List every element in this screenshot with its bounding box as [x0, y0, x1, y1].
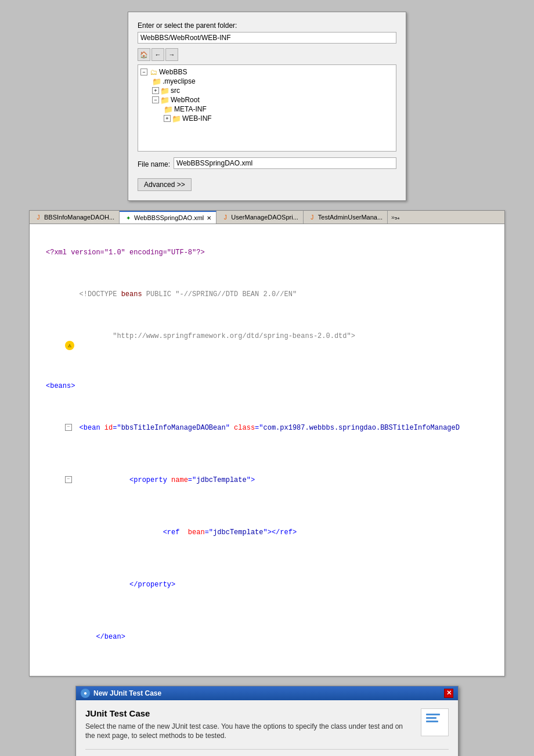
- tree-label-myeclipse: .myeclipse: [163, 77, 196, 85]
- java-icon-tab1: J: [34, 213, 42, 221]
- junit-dialog: ● New JUnit Test Case ✕ JUnit Test Case …: [75, 686, 459, 757]
- tab-label-4: TestAdminUserMana...: [318, 214, 383, 221]
- tree-label-webbbs: WebBBS: [159, 68, 187, 76]
- file-explorer-dialog: Enter or select the parent folder: 🏠 ← →…: [128, 12, 406, 201]
- xml-line-5: − <bean id="bbsTitleInfoManageDAOBean" c…: [34, 412, 500, 444]
- tree-label-src: src: [171, 87, 180, 95]
- junit-heading: JUnit Test Case: [85, 708, 414, 718]
- junit-close-button[interactable]: ✕: [444, 689, 453, 698]
- junit-title-left: ● New JUnit Test Case: [81, 689, 161, 698]
- xml-icon-tab2: ✦: [124, 214, 132, 222]
- tab-close-2[interactable]: ✕: [207, 215, 211, 221]
- folder-icon-src: 📁: [160, 87, 169, 95]
- junit-body: JUnit Test Case Select the name of the n…: [76, 700, 458, 757]
- tree-item-webbbs[interactable]: − 🗂 WebBBS: [140, 67, 394, 77]
- forward-button[interactable]: →: [165, 48, 178, 61]
- file-toolbar: 🏠 ← →: [138, 48, 396, 61]
- junit-dialog-title: New JUnit Test Case: [93, 689, 161, 697]
- xml-editor-content: <?xml version="1.0" encoding="UTF-8"?> <…: [30, 224, 504, 676]
- folder-icon-myeclipse: 📁: [152, 77, 161, 85]
- expand-webroot[interactable]: −: [152, 96, 159, 103]
- tree-label-metainf: META-INF: [174, 105, 207, 113]
- folder-icon-webroot: 📁: [160, 96, 169, 104]
- warning-icon: ⚠: [65, 341, 74, 350]
- tree-item-myeclipse[interactable]: 📁 .myeclipse: [140, 77, 394, 86]
- tab-overflow[interactable]: »₃₄: [388, 211, 403, 224]
- junit-header-text: JUnit Test Case Select the name of the n…: [85, 708, 414, 741]
- advanced-button[interactable]: Advanced >>: [138, 178, 192, 191]
- expand-webbbs[interactable]: −: [140, 69, 147, 75]
- file-name-input[interactable]: [174, 157, 396, 169]
- tree-item-webroot[interactable]: − 📁 WebRoot: [140, 95, 394, 105]
- parent-folder-label: Enter or select the parent folder:: [138, 21, 396, 30]
- xml-line-8: </property>: [34, 569, 500, 600]
- junit-header-icon: [421, 708, 449, 736]
- folder-icon-metainf: 📁: [164, 105, 173, 113]
- tab-webbbs-xml[interactable]: ✦ WebBBSSpringDAO.xml ✕: [120, 211, 217, 224]
- junit-header: JUnit Test Case Select the name of the n…: [85, 708, 449, 741]
- tree-item-webinf[interactable]: + 📁 WEB-INF: [140, 114, 394, 123]
- expand-src[interactable]: +: [152, 87, 159, 94]
- file-name-label: File name:: [138, 160, 170, 168]
- icon-line-1: [426, 714, 440, 715]
- xml-line-7: <ref bean="jdbcTemplate"></ref>: [34, 517, 500, 548]
- separator: [85, 749, 449, 750]
- junit-title-icon: ●: [81, 689, 90, 698]
- folder-icon-webbbs: 🗂: [149, 68, 158, 76]
- icon-line-2: [426, 717, 436, 719]
- icon-line-3: [426, 721, 438, 722]
- folder-icon-webinf: 📁: [172, 114, 181, 123]
- tab-usermanage[interactable]: J UserManageDAOSpri...: [217, 211, 304, 224]
- tab-label-1: BBSInfoManageDAOH...: [44, 214, 114, 221]
- home-button[interactable]: 🏠: [138, 48, 150, 61]
- xml-line-2: <!DOCTYPE beans PUBLIC "-//SPRING//DTD B…: [34, 279, 500, 310]
- back-button[interactable]: ←: [151, 48, 164, 61]
- xml-editor-section: J BBSInfoManageDAOH... ✦ WebBBSSpringDAO…: [29, 210, 505, 676]
- expand-webinf[interactable]: +: [164, 115, 171, 122]
- parent-folder-input[interactable]: [138, 32, 396, 44]
- tree-label-webinf: WEB-INF: [182, 114, 212, 123]
- java-icon-tab3: J: [221, 213, 229, 221]
- tab-bbsinfomanage[interactable]: J BBSInfoManageDAOH...: [30, 211, 120, 224]
- xml-line-3: ⚠ "http://www.springframework.org/dtd/sp…: [34, 331, 500, 360]
- tree-item-src[interactable]: + 📁 src: [140, 86, 394, 95]
- java-icon-tab4: J: [308, 213, 316, 221]
- xml-line-4: <beans>: [34, 381, 500, 391]
- tab-label-3: UserManageDAOSpri...: [231, 214, 298, 221]
- xml-line-6: − <property name="jdbcTemplate">: [34, 465, 500, 496]
- tree-label-webroot: WebRoot: [171, 96, 200, 104]
- tab-label-2: WebBBSSpringDAO.xml: [134, 214, 204, 221]
- xml-line-1: <?xml version="1.0" encoding="UTF-8"?>: [34, 247, 500, 258]
- xml-line-9: </bean>: [34, 621, 500, 653]
- editor-tabs: J BBSInfoManageDAOH... ✦ WebBBSSpringDAO…: [30, 211, 504, 224]
- tree-item-metainf[interactable]: 📁 META-INF: [140, 105, 394, 114]
- junit-description: Select the name of the new JUnit test ca…: [85, 722, 414, 741]
- junit-title-bar: ● New JUnit Test Case ✕: [76, 686, 458, 700]
- folder-tree[interactable]: − 🗂 WebBBS 📁 .myeclipse + 📁 src − 📁 WebR…: [138, 64, 396, 152]
- file-name-row: File name:: [138, 157, 396, 174]
- tab-testadmin[interactable]: J TestAdminUserMana...: [304, 211, 388, 224]
